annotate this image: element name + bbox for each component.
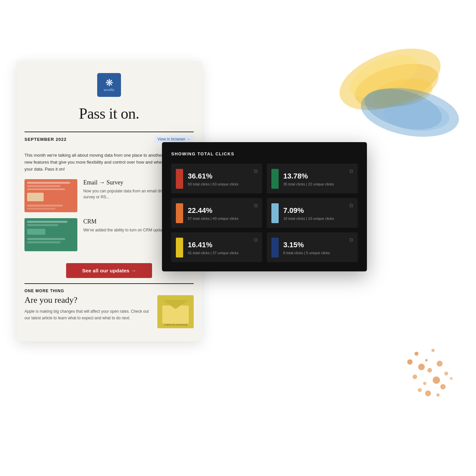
click-percentage-5: 3.15% (283, 241, 352, 249)
click-details-3: 18 total clicks | 10 unique clicks (283, 217, 352, 220)
external-link-icon-3[interactable]: ⧉ (349, 203, 353, 209)
one-more-label: ONE MORE THING (24, 289, 194, 293)
one-more-content: Are you ready? Apple is making big chang… (24, 295, 151, 321)
click-data-1: 13.78% 35 total clicks | 22 unique click… (283, 172, 352, 186)
svg-point-17 (423, 382, 426, 385)
one-more-headline: Are you ready? (24, 295, 151, 305)
external-link-icon-0[interactable]: ⧉ (254, 168, 258, 174)
click-percentage-2: 22.44% (188, 206, 257, 215)
click-data-4: 16.41% 41 total clicks | 37 unique click… (188, 241, 257, 255)
click-color-bar-1 (271, 169, 279, 189)
click-color-bar-0 (176, 169, 183, 189)
click-item-3: 7.09% 18 total clicks | 10 unique clicks… (267, 198, 358, 228)
clicks-analytics-card: SHOWING TOTAL CLICKS 36.61% 93 total cli… (162, 142, 367, 271)
wordfly-logo: ❋ wordfly (97, 73, 121, 97)
logo-text: wordfly (104, 88, 114, 92)
envelope-image: California Dreaming (157, 295, 194, 328)
click-percentage-3: 7.09% (283, 206, 352, 215)
see-all-updates-button[interactable]: See all our updates → (66, 263, 152, 278)
external-link-icon-2[interactable]: ⧉ (254, 203, 258, 209)
svg-point-13 (437, 361, 443, 367)
svg-point-16 (413, 375, 417, 379)
view-browser-link[interactable]: View in browser → (154, 136, 194, 143)
email-headline: Pass it on. (17, 105, 202, 122)
click-percentage-0: 36.61% (188, 172, 257, 180)
click-item-5: 3.15% 8 total clicks | 5 unique clicks ⧉ (267, 232, 358, 262)
click-color-bar-3 (271, 203, 279, 223)
external-link-icon-5[interactable]: ⧉ (349, 237, 353, 243)
click-details-2: 57 total clicks | 40 unique clicks (188, 217, 257, 220)
svg-point-22 (436, 393, 440, 397)
feature-thumb-crm (24, 218, 77, 251)
svg-point-7 (415, 352, 418, 356)
click-percentage-1: 13.78% (283, 172, 352, 180)
logo-area: ❋ wordfly (17, 61, 202, 105)
click-data-3: 7.09% 18 total clicks | 10 unique clicks (283, 206, 352, 220)
envelope-label: California Dreaming (164, 323, 187, 326)
click-data-5: 3.15% 8 total clicks | 5 unique clicks (283, 241, 352, 255)
external-link-icon-4[interactable]: ⧉ (254, 237, 258, 243)
click-item-4: 16.41% 41 total clicks | 37 unique click… (171, 232, 262, 262)
svg-point-21 (425, 390, 431, 396)
click-details-4: 41 total clicks | 37 unique clicks (188, 251, 257, 255)
svg-point-11 (418, 364, 425, 370)
svg-point-10 (407, 359, 413, 365)
click-item-2: 22.44% 57 total clicks | 40 unique click… (171, 198, 262, 228)
feature-thumb-email-survey (24, 179, 77, 212)
svg-point-15 (433, 377, 440, 384)
click-data-0: 36.61% 93 total clicks | 63 unique click… (188, 172, 257, 186)
click-item-0: 36.61% 93 total clicks | 63 unique click… (171, 164, 262, 193)
svg-point-18 (440, 384, 446, 389)
click-item-1: 13.78% 35 total clicks | 22 unique click… (267, 164, 358, 193)
click-color-bar-2 (176, 203, 183, 223)
external-link-icon-1[interactable]: ⧉ (349, 168, 353, 174)
svg-point-20 (418, 388, 422, 392)
one-more-thing-section: ONE MORE THING Are you ready? Apple is m… (24, 283, 194, 328)
one-more-text: Apple is making big changes that will af… (24, 308, 151, 321)
click-color-bar-5 (271, 238, 279, 258)
email-month: SEPTEMBER 2022 (24, 137, 154, 142)
svg-point-19 (450, 377, 453, 380)
click-details-5: 8 total clicks | 5 unique clicks (283, 251, 352, 255)
click-data-2: 22.44% 57 total clicks | 40 unique click… (188, 206, 257, 220)
clicks-card-title: SHOWING TOTAL CLICKS (171, 151, 358, 156)
svg-point-14 (444, 372, 448, 376)
click-details-0: 93 total clicks | 63 unique clicks (188, 182, 257, 186)
svg-point-8 (425, 359, 428, 362)
svg-point-9 (431, 349, 435, 352)
click-details-1: 35 total clicks | 22 unique clicks (283, 182, 352, 186)
click-percentage-4: 16.41% (188, 241, 257, 249)
svg-point-12 (427, 368, 432, 373)
click-color-bar-4 (176, 238, 183, 258)
clicks-grid: 36.61% 93 total clicks | 63 unique click… (171, 164, 358, 262)
butterfly-icon: ❋ (105, 78, 113, 88)
